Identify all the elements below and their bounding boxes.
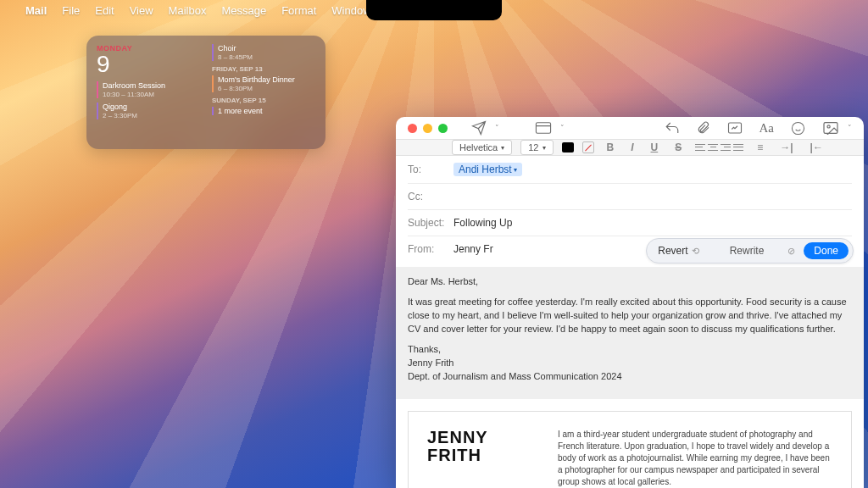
format-bar: Helvetica▾ 12▾ B I U S ≡ →| |← — [396, 139, 864, 156]
signature-name: JENNY FRITH — [427, 429, 537, 488]
attach-icon[interactable] — [692, 117, 715, 139]
widget-event: Darkroom Session 10:30 – 11:30AM — [97, 81, 198, 98]
chevron-down-icon[interactable]: ˅ — [495, 124, 499, 132]
indent-right-button[interactable]: →| — [776, 140, 797, 155]
zoom-button[interactable] — [438, 124, 448, 133]
menu-mailbox[interactable]: Mailbox — [169, 4, 207, 17]
bg-color-none[interactable] — [582, 141, 594, 153]
close-button[interactable] — [408, 124, 417, 133]
italic-button[interactable]: I — [626, 140, 637, 155]
writing-tools-icon[interactable]: ⊘ — [787, 246, 795, 257]
bold-button[interactable]: B — [603, 140, 619, 155]
chevron-down-icon[interactable]: ˅ — [848, 124, 852, 132]
widget-event: Qigong 2 – 3:30PM — [97, 103, 198, 119]
strike-button[interactable]: S — [670, 140, 686, 155]
revert-button[interactable]: Revert⟲ — [651, 243, 705, 258]
recipient-chip[interactable]: Andi Herbst — [453, 163, 522, 176]
calendar-widget[interactable]: MONDAY 9 Darkroom Session 10:30 – 11:30A… — [86, 36, 326, 149]
subject-field[interactable]: Subject: Following Up — [408, 210, 852, 236]
emoji-icon[interactable] — [786, 118, 810, 139]
titlebar: ˅ ˅ Aa ˅ — [396, 117, 864, 139]
menu-view[interactable]: View — [130, 4, 153, 17]
done-button[interactable]: Done — [804, 242, 849, 259]
widget-section-header: FRIDAY, SEP 13 — [212, 65, 315, 73]
font-select[interactable]: Helvetica▾ — [452, 140, 512, 155]
menu-app[interactable]: Mail — [25, 4, 47, 17]
widget-event: Mom's Birthday Dinner 6 – 8:30PM — [212, 75, 315, 92]
text-color[interactable] — [562, 142, 574, 152]
widget-day: MONDAY — [97, 44, 198, 53]
cc-field[interactable]: Cc: — [408, 184, 852, 210]
svg-rect-0 — [536, 123, 550, 133]
photo-icon[interactable] — [817, 118, 844, 138]
mail-compose-window: ˅ ˅ Aa ˅ Helvetica▾ 12▾ B I U S ≡ — [396, 117, 864, 488]
chevron-down-icon[interactable]: ˅ — [560, 124, 565, 132]
align-buttons[interactable] — [694, 142, 744, 152]
widget-event: 1 more event — [212, 107, 315, 116]
size-select[interactable]: 12▾ — [520, 140, 553, 155]
reply-icon[interactable] — [659, 118, 685, 138]
from-field[interactable]: From: Jenny Fr Revert⟲ Rewrite ⊘ Done — [408, 236, 852, 262]
message-body[interactable]: Dear Ms. Herbst, It was great meeting fo… — [396, 267, 864, 399]
send-button[interactable] — [466, 117, 492, 139]
minimize-button[interactable] — [423, 124, 432, 133]
menu-edit[interactable]: Edit — [95, 4, 114, 17]
menu-message[interactable]: Message — [221, 4, 266, 17]
underline-button[interactable]: U — [647, 140, 663, 155]
to-field[interactable]: To: Andi Herbst — [408, 156, 852, 184]
menu-format[interactable]: Format — [281, 4, 316, 17]
signature-bio: I am a third-year student undergraduate … — [558, 429, 832, 488]
list-button[interactable]: ≡ — [753, 140, 767, 155]
header-fields-button[interactable] — [530, 119, 557, 137]
widget-date: 9 — [97, 53, 198, 76]
format-icon[interactable]: Aa — [754, 118, 780, 139]
svg-point-3 — [792, 122, 804, 134]
notch — [366, 0, 502, 20]
rewrite-toolbar: Revert⟲ Rewrite ⊘ Done — [646, 238, 854, 263]
indent-left-button[interactable]: |← — [806, 140, 827, 155]
menu-file[interactable]: File — [62, 4, 80, 17]
svg-point-5 — [827, 125, 830, 128]
rewrite-label: Rewrite — [715, 245, 780, 257]
widget-event: Choir 8 – 8:45PM — [212, 44, 315, 61]
markup-icon[interactable] — [722, 118, 748, 138]
signature-card: JENNY FRITH I am a third-year student un… — [408, 411, 852, 488]
menu-window[interactable]: Window — [331, 4, 370, 17]
widget-section-header: SUNDAY, SEP 15 — [212, 97, 315, 104]
